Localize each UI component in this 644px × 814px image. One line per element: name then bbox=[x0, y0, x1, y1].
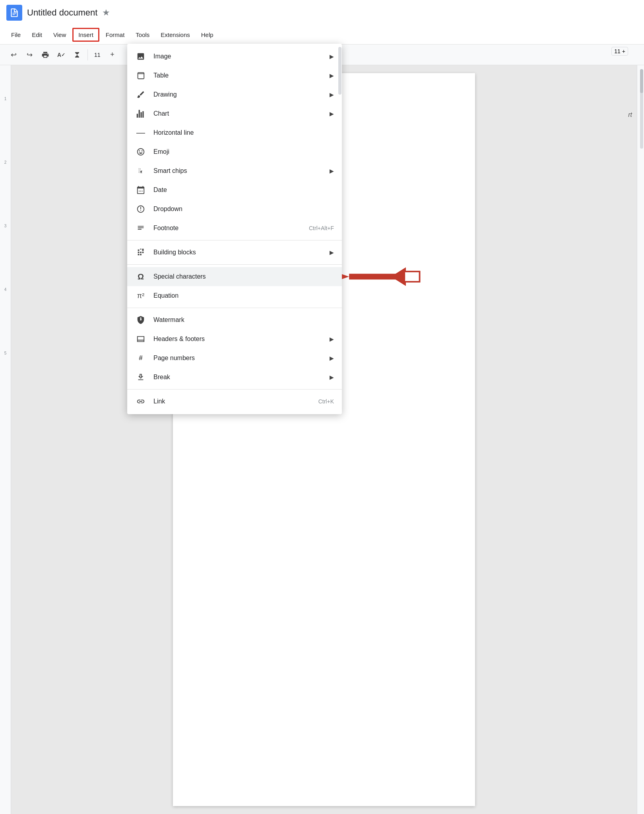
print-button[interactable] bbox=[38, 48, 52, 62]
menu-item-dropdown[interactable]: Dropdown bbox=[127, 200, 342, 219]
title-bar: Untitled document ★ bbox=[0, 0, 644, 25]
special-characters-label: Special characters bbox=[153, 273, 334, 280]
smart-chips-label: Smart chips bbox=[153, 167, 326, 174]
horizontal-line-label: Horizontal line bbox=[153, 129, 334, 136]
zoom-value: 11 bbox=[614, 48, 621, 54]
break-icon bbox=[135, 372, 146, 383]
menu-item-smart-chips[interactable]: Smart chips ▶ bbox=[127, 161, 342, 180]
table-icon bbox=[135, 70, 146, 81]
zoom-plus-button[interactable]: + bbox=[105, 48, 120, 62]
headers-footers-label: Headers & footers bbox=[153, 335, 326, 343]
menu-item-image[interactable]: Image ▶ bbox=[127, 47, 342, 66]
menu-view[interactable]: View bbox=[48, 29, 71, 41]
ruler-mark-3: 3 bbox=[4, 224, 7, 228]
link-label: Link bbox=[153, 398, 318, 405]
drawing-icon bbox=[135, 89, 146, 100]
smart-chips-icon bbox=[135, 165, 146, 176]
menu-item-horizontal-line[interactable]: — Horizontal line bbox=[127, 123, 342, 142]
menu-item-chart[interactable]: Chart ▶ bbox=[127, 104, 342, 123]
headers-footers-arrow: ▶ bbox=[330, 336, 334, 342]
ruler-left: 1 2 3 4 5 bbox=[0, 65, 11, 814]
menu-item-break[interactable]: Break ▶ bbox=[127, 368, 342, 387]
menu-item-date[interactable]: Date bbox=[127, 180, 342, 200]
hline-icon: — bbox=[135, 127, 146, 138]
chart-label: Chart bbox=[153, 110, 326, 117]
drawing-arrow: ▶ bbox=[330, 91, 334, 98]
star-icon[interactable]: ★ bbox=[102, 8, 110, 18]
svg-marker-5 bbox=[392, 269, 405, 285]
watermark-icon bbox=[135, 314, 146, 326]
menu-item-headers-footers[interactable]: Headers & footers ▶ bbox=[127, 329, 342, 349]
ruler-mark-4: 4 bbox=[4, 288, 7, 292]
date-icon bbox=[135, 184, 146, 196]
zoom-display: 11 bbox=[91, 52, 104, 58]
equation-label: Equation bbox=[153, 292, 334, 299]
zoom-control-top[interactable]: 11 + bbox=[611, 47, 628, 56]
dropdown-menu: Image ▶ Table ▶ Drawing ▶ bbox=[127, 44, 342, 414]
ruler-mark-5: 5 bbox=[4, 351, 7, 355]
building-blocks-label: Building blocks bbox=[153, 249, 326, 256]
menu-bar: File Edit View Insert Format Tools Exten… bbox=[0, 25, 644, 45]
building-blocks-arrow: ▶ bbox=[330, 249, 334, 256]
special-chars-icon: Ω bbox=[135, 271, 146, 282]
menu-item-drawing[interactable]: Drawing ▶ bbox=[127, 85, 342, 104]
divider-4 bbox=[127, 389, 342, 390]
break-label: Break bbox=[153, 374, 326, 381]
image-label: Image bbox=[153, 53, 326, 60]
building-blocks-icon bbox=[135, 247, 146, 258]
menu-item-link[interactable]: Link Ctrl+K bbox=[127, 392, 342, 411]
menu-extensions[interactable]: Extensions bbox=[156, 29, 194, 41]
menu-item-footnote[interactable]: Footnote Ctrl+Alt+F bbox=[127, 219, 342, 238]
dropdown-label: Dropdown bbox=[153, 205, 334, 213]
footnote-icon bbox=[135, 223, 146, 234]
link-icon bbox=[135, 396, 146, 407]
emoji-icon bbox=[135, 146, 146, 157]
app-container: Untitled document ★ File Edit View Inser… bbox=[0, 0, 644, 814]
menu-item-emoji[interactable]: Emoji bbox=[127, 142, 342, 161]
menu-format[interactable]: Format bbox=[101, 29, 130, 41]
divider-1 bbox=[127, 240, 342, 240]
spellcheck-button[interactable]: A✓ bbox=[54, 48, 68, 62]
scrollbar-track[interactable] bbox=[640, 69, 643, 149]
image-icon bbox=[135, 51, 146, 62]
menu-item-equation[interactable]: π² Equation bbox=[127, 286, 342, 305]
undo-button[interactable]: ↩ bbox=[6, 48, 21, 62]
right-annotation: rt bbox=[628, 111, 632, 118]
divider-2 bbox=[127, 264, 342, 265]
smart-chips-arrow: ▶ bbox=[330, 168, 334, 174]
scrollbar-area bbox=[637, 65, 644, 814]
drawing-label: Drawing bbox=[153, 91, 326, 98]
menu-edit[interactable]: Edit bbox=[27, 29, 47, 41]
chart-arrow: ▶ bbox=[330, 110, 334, 117]
page-numbers-label: Page numbers bbox=[153, 355, 326, 362]
google-docs-logo bbox=[9, 8, 19, 18]
menu-item-page-numbers[interactable]: # Page numbers ▶ bbox=[127, 349, 342, 368]
link-shortcut: Ctrl+K bbox=[318, 398, 334, 405]
toolbar-divider bbox=[87, 49, 88, 60]
dropdown-icon bbox=[135, 204, 146, 215]
menu-item-table[interactable]: Table ▶ bbox=[127, 66, 342, 85]
menu-tools[interactable]: Tools bbox=[131, 29, 154, 41]
scrollbar-thumb[interactable] bbox=[640, 69, 643, 93]
menu-item-building-blocks[interactable]: Building blocks ▶ bbox=[127, 243, 342, 262]
menu-item-special-characters[interactable]: Ω Special characters bbox=[127, 267, 342, 286]
break-arrow: ▶ bbox=[330, 374, 334, 380]
menu-item-watermark[interactable]: Watermark bbox=[127, 310, 342, 329]
page-numbers-icon: # bbox=[135, 353, 146, 364]
redo-button[interactable]: ↪ bbox=[22, 48, 37, 62]
menu-file[interactable]: File bbox=[6, 29, 25, 41]
dropdown-scrollbar-thumb[interactable] bbox=[338, 47, 341, 95]
document-title: Untitled document bbox=[27, 8, 97, 18]
page-numbers-arrow: ▶ bbox=[330, 355, 334, 361]
dropdown-scrollbar[interactable] bbox=[338, 44, 342, 414]
divider-3 bbox=[127, 308, 342, 308]
emoji-label: Emoji bbox=[153, 148, 334, 155]
watermark-label: Watermark bbox=[153, 316, 334, 324]
footnote-label: Footnote bbox=[153, 225, 309, 232]
paint-format-button[interactable] bbox=[70, 48, 84, 62]
menu-help[interactable]: Help bbox=[196, 29, 218, 41]
ruler-mark-2: 2 bbox=[4, 161, 7, 165]
table-arrow: ▶ bbox=[330, 72, 334, 79]
menu-insert[interactable]: Insert bbox=[72, 28, 99, 42]
zoom-plus-top[interactable]: + bbox=[622, 48, 625, 54]
